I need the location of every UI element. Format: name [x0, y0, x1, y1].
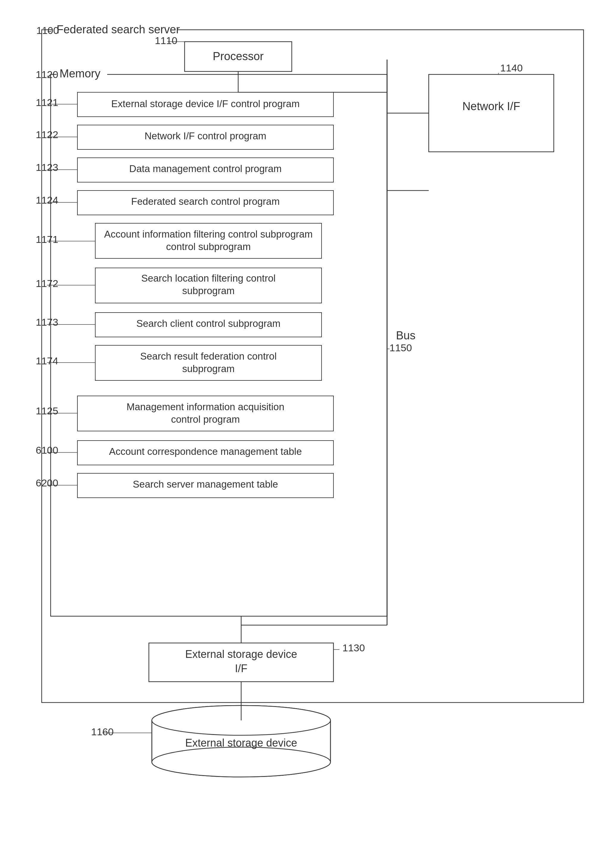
- prog-1124-label: Federated search control program: [131, 196, 280, 207]
- prog-1125-line1: Management information acquisition: [126, 401, 284, 412]
- ref-1120: 1120: [36, 69, 58, 80]
- svg-point-48: [152, 747, 331, 777]
- diagram-svg: Federated search server 1100 Processor 1…: [18, 12, 598, 833]
- subprog-1172-line2: subprogram: [182, 285, 235, 296]
- svg-rect-12: [77, 125, 334, 150]
- ref-1173: 1173: [36, 316, 58, 328]
- svg-rect-5: [429, 75, 554, 152]
- svg-rect-20: [95, 268, 322, 303]
- svg-rect-10: [77, 92, 334, 117]
- svg-point-44: [152, 747, 331, 777]
- subprog-1173-label: Search client control subprogram: [136, 318, 281, 329]
- svg-rect-22: [95, 313, 322, 337]
- svg-rect-28: [77, 441, 334, 465]
- prog-1123-label: Data management control program: [129, 163, 282, 174]
- ext-storage-if-line2: I/F: [235, 662, 247, 674]
- svg-point-49: [152, 705, 331, 735]
- ref-1160: 1160: [91, 726, 114, 737]
- ref-1123: 1123: [36, 162, 58, 173]
- ref-1174: 1174: [36, 355, 58, 366]
- prog-1122-label: Network I/F control program: [145, 131, 266, 141]
- svg-rect-45: [153, 720, 330, 762]
- ref-1172: 1172: [36, 278, 58, 289]
- subprog-1171-line2: control subprogram: [166, 241, 251, 252]
- svg-rect-0: [42, 30, 584, 702]
- svg-rect-8: [57, 72, 107, 78]
- svg-rect-30: [77, 473, 334, 498]
- subprog-1174-line1: Search result federation control: [140, 351, 277, 362]
- svg-rect-3: [185, 42, 292, 72]
- ref-1121: 1121: [36, 97, 58, 108]
- ref-1122: 1122: [36, 129, 58, 140]
- ref-1100: 1100: [36, 25, 59, 36]
- prog-1121-label: External storage device I/F control prog…: [111, 98, 300, 109]
- ref-1171: 1171: [36, 234, 58, 245]
- processor-label: Processor: [213, 50, 263, 63]
- network-if-label: Network I/F: [462, 100, 520, 113]
- federated-server-label: Federated search server: [57, 23, 180, 36]
- svg-point-43: [152, 705, 331, 735]
- memory-label: Memory: [60, 67, 100, 80]
- svg-rect-7: [51, 75, 387, 616]
- svg-rect-42: [152, 720, 331, 762]
- svg-rect-14: [77, 158, 334, 182]
- svg-rect-26: [77, 396, 334, 431]
- ref-1130: 1130: [343, 642, 365, 654]
- svg-rect-38: [149, 643, 334, 682]
- prog-1125-line2: control program: [171, 414, 240, 425]
- subprog-1171-line1: Account information filtering control su…: [104, 229, 313, 239]
- svg-rect-16: [77, 191, 334, 215]
- svg-rect-18: [95, 223, 322, 258]
- prog-6100-label: Account correspondence management table: [109, 446, 302, 457]
- diagram-container: Federated search server 1100 Processor 1…: [18, 12, 598, 833]
- ref-1125: 1125: [36, 405, 58, 416]
- ref-1150: 1150: [390, 342, 412, 353]
- ext-storage-if-line1: External storage device: [185, 648, 297, 660]
- svg-rect-1: [52, 27, 177, 34]
- ref-1124: 1124: [36, 194, 58, 206]
- subprog-1172-line1: Search location filtering control: [141, 273, 275, 284]
- svg-rect-24: [95, 345, 322, 380]
- subprog-1174-line2: subprogram: [182, 363, 235, 374]
- bus-label: Bus: [396, 329, 415, 342]
- prog-6200-label: Search server management table: [133, 479, 278, 490]
- ref-6100: 6100: [36, 444, 58, 456]
- ref-6200: 6200: [36, 477, 58, 489]
- ref-1140: 1140: [500, 62, 523, 73]
- ext-storage-label: External storage device: [185, 737, 297, 749]
- ref-1110: 1110: [155, 35, 178, 46]
